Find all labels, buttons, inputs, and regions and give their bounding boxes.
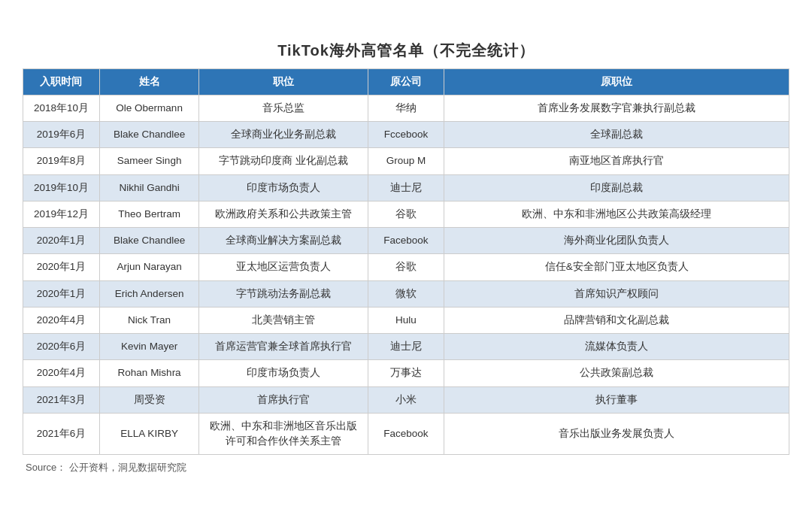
header-name: 姓名 (99, 68, 198, 95)
cell-position: 印度市场负责人 (199, 360, 368, 386)
cell-position: 全球商业解决方案副总裁 (199, 228, 368, 254)
table-row: 2021年6月ELLA KIRBY欧洲、中东和非洲地区音乐出版许可和合作伙伴关系… (23, 413, 789, 455)
cell-name: Nick Tran (99, 307, 198, 333)
cell-prev_position: 欧洲、中东和非洲地区公共政策高级经理 (444, 201, 789, 227)
cell-date: 2021年3月 (23, 386, 100, 413)
table-header-row: 入职时间 姓名 职位 原公司 原职位 (23, 68, 789, 95)
cell-name: Erich Andersen (99, 280, 198, 307)
table-row: 2020年4月Rohan Mishra印度市场负责人万事达公共政策副总裁 (23, 360, 789, 386)
table-row: 2019年12月Theo Bertram欧洲政府关系和公共政策主管谷歌欧洲、中东… (23, 201, 789, 227)
cell-prev_company: 小米 (368, 386, 444, 413)
header-date: 入职时间 (23, 68, 100, 95)
cell-prev_position: 全球副总裁 (444, 122, 789, 148)
table-row: 2020年1月Blake Chandlee全球商业解决方案副总裁Facebook… (23, 228, 789, 254)
cell-date: 2021年6月 (23, 413, 100, 455)
table-row: 2019年10月Nikhil Gandhi印度市场负责人迪士尼印度副总裁 (23, 174, 789, 201)
page-title: TikTok海外高管名单（不完全统计） (23, 32, 789, 68)
cell-position: 首席运营官兼全球首席执行官 (199, 334, 368, 360)
cell-date: 2019年10月 (23, 174, 100, 201)
cell-position: 字节跳动印度商 业化副总裁 (199, 148, 368, 174)
cell-prev_company: Group M (368, 148, 444, 174)
cell-position: 字节跳动法务副总裁 (199, 280, 368, 307)
cell-prev_company: Fccebook (368, 122, 444, 148)
cell-date: 2020年1月 (23, 280, 100, 307)
cell-prev_company: 万事达 (368, 360, 444, 386)
cell-prev_position: 品牌营销和文化副总裁 (444, 307, 789, 333)
header-position: 职位 (199, 68, 368, 95)
cell-name: 周受资 (99, 386, 198, 413)
cell-prev_position: 公共政策副总裁 (444, 360, 789, 386)
cell-prev_position: 南亚地区首席执行官 (444, 148, 789, 174)
cell-date: 2019年8月 (23, 148, 100, 174)
cell-prev_company: 微软 (368, 280, 444, 307)
cell-prev_company: Facebook (368, 413, 444, 455)
table-row: 2020年1月Erich Andersen字节跳动法务副总裁微软首席知识产权顾问 (23, 280, 789, 307)
cell-date: 2020年1月 (23, 254, 100, 280)
cell-position: 全球商业化业务副总裁 (199, 122, 368, 148)
source-text: Source： 公开资料，洞见数据研究院 (23, 461, 789, 474)
cell-prev_position: 执行董事 (444, 386, 789, 413)
cell-name: Arjun Narayan (99, 254, 198, 280)
header-prev-position: 原职位 (444, 68, 789, 95)
cell-name: Blake Chandlee (99, 228, 198, 254)
cell-position: 欧洲、中东和非洲地区音乐出版许可和合作伙伴关系主管 (199, 413, 368, 455)
table-row: 2021年3月周受资首席执行官小米执行董事 (23, 386, 789, 413)
cell-position: 北美营销主管 (199, 307, 368, 333)
cell-prev_position: 印度副总裁 (444, 174, 789, 201)
cell-position: 欧洲政府关系和公共政策主管 (199, 201, 368, 227)
main-container: TikTok海外高管名单（不完全统计） 入职时间 姓名 职位 原公司 原职位 2… (23, 32, 789, 475)
cell-name: Blake Chandlee (99, 122, 198, 148)
table-row: 2020年6月Kevin Mayer首席运营官兼全球首席执行官迪士尼流媒体负责人 (23, 334, 789, 360)
cell-position: 首席执行官 (199, 386, 368, 413)
cell-prev_company: Hulu (368, 307, 444, 333)
table-row: 2020年1月Arjun Narayan亚太地区运营负责人谷歌信任&安全部门亚太… (23, 254, 789, 280)
cell-position: 音乐总监 (199, 95, 368, 121)
cell-prev_position: 首席知识产权顾问 (444, 280, 789, 307)
cell-position: 印度市场负责人 (199, 174, 368, 201)
cell-date: 2018年10月 (23, 95, 100, 121)
cell-prev_position: 音乐出版业务发展负责人 (444, 413, 789, 455)
cell-prev_company: 迪士尼 (368, 334, 444, 360)
cell-prev_position: 信任&安全部门亚太地区负责人 (444, 254, 789, 280)
cell-name: Rohan Mishra (99, 360, 198, 386)
cell-prev_company: Facebook (368, 228, 444, 254)
cell-name: Ole Obermann (99, 95, 198, 121)
cell-prev_company: 华纳 (368, 95, 444, 121)
cell-prev_company: 谷歌 (368, 201, 444, 227)
cell-date: 2019年6月 (23, 122, 100, 148)
cell-date: 2019年12月 (23, 201, 100, 227)
cell-date: 2020年4月 (23, 360, 100, 386)
cell-name: Theo Bertram (99, 201, 198, 227)
table-row: 2019年6月Blake Chandlee全球商业化业务副总裁Fccebook全… (23, 122, 789, 148)
cell-date: 2020年4月 (23, 307, 100, 333)
cell-name: Kevin Mayer (99, 334, 198, 360)
table-row: 2019年8月Sameer Singh字节跳动印度商 业化副总裁Group M南… (23, 148, 789, 174)
header-prev-company: 原公司 (368, 68, 444, 95)
cell-date: 2020年6月 (23, 334, 100, 360)
cell-date: 2020年1月 (23, 228, 100, 254)
cell-prev_position: 海外商业化团队负责人 (444, 228, 789, 254)
cell-prev_position: 首席业务发展数字官兼执行副总裁 (444, 95, 789, 121)
cell-name: Sameer Singh (99, 148, 198, 174)
table-row: 2018年10月Ole Obermann音乐总监华纳首席业务发展数字官兼执行副总… (23, 95, 789, 121)
cell-prev_position: 流媒体负责人 (444, 334, 789, 360)
cell-name: ELLA KIRBY (99, 413, 198, 455)
executives-table: 入职时间 姓名 职位 原公司 原职位 2018年10月Ole Obermann音… (23, 68, 789, 456)
cell-name: Nikhil Gandhi (99, 174, 198, 201)
cell-prev_company: 谷歌 (368, 254, 444, 280)
cell-prev_company: 迪士尼 (368, 174, 444, 201)
cell-position: 亚太地区运营负责人 (199, 254, 368, 280)
table-row: 2020年4月Nick Tran北美营销主管Hulu品牌营销和文化副总裁 (23, 307, 789, 333)
